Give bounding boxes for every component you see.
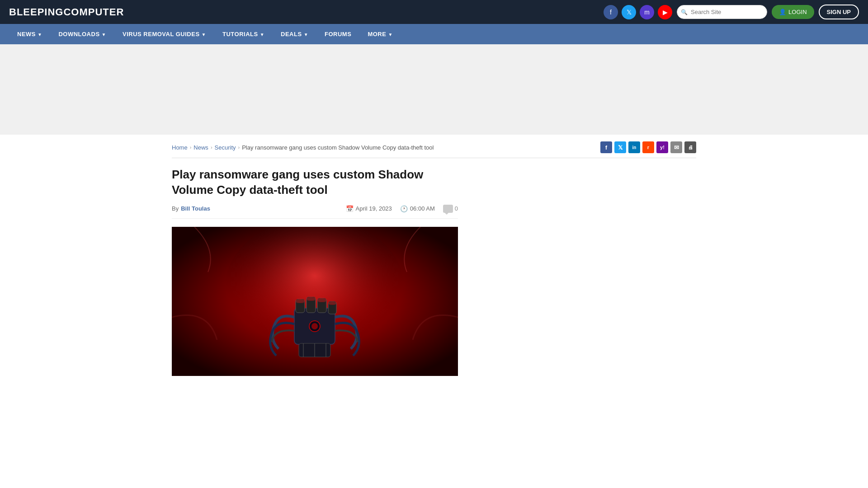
nav-downloads-label: DOWNLOADS (58, 31, 99, 38)
nav-deals[interactable]: DEALS ▼ (273, 24, 316, 44)
svg-point-18 (329, 302, 336, 305)
svg-point-15 (296, 299, 304, 303)
nav-deals-label: DEALS (281, 31, 302, 38)
breadcrumb-sep-1: › (190, 145, 192, 150)
article-time: 06:00 AM (410, 205, 435, 212)
nav-forums[interactable]: FORUMS (316, 24, 359, 44)
logo-prefix: BLEEPING (9, 6, 63, 18)
youtube-header-icon[interactable]: ▶ (658, 5, 672, 19)
search-input[interactable] (677, 5, 767, 19)
article-meta: By Bill Toulas 📅 April 19, 2023 🕐 06:00 … (172, 205, 458, 219)
article-layout: Play ransomware gang uses custom Shadow … (172, 167, 696, 385)
breadcrumb-current: Play ransomware gang uses custom Shadow … (242, 144, 434, 151)
user-icon: 👤 (779, 9, 786, 15)
nav-news[interactable]: NEWS ▼ (9, 24, 50, 44)
breadcrumb-home[interactable]: Home (172, 144, 188, 151)
nav-downloads[interactable]: DOWNLOADS ▼ (50, 24, 114, 44)
search-icon: 🔍 (681, 9, 688, 15)
yahoo-share-button[interactable]: y! (656, 141, 668, 153)
reddit-share-button[interactable]: r (642, 141, 654, 153)
comment-bubble-icon (443, 205, 453, 213)
article-hero-image (172, 227, 458, 376)
meta-time: 🕐 06:00 AM (400, 205, 435, 212)
by-label: By (172, 205, 179, 212)
article-title: Play ransomware gang uses custom Shadow … (172, 167, 458, 198)
comments-count: 0 (455, 205, 458, 212)
svg-point-16 (307, 297, 315, 300)
nav-news-label: NEWS (17, 31, 36, 38)
nav-virus-arrow: ▼ (202, 32, 206, 37)
nav-more[interactable]: MORE ▼ (359, 24, 401, 44)
facebook-share-button[interactable]: f (600, 141, 612, 153)
svg-point-20 (311, 323, 318, 329)
nav-more-arrow: ▼ (388, 32, 392, 37)
nav-downloads-arrow: ▼ (102, 32, 106, 37)
meta-author-area: By Bill Toulas (172, 205, 210, 212)
twitter-share-button[interactable]: 𝕏 (614, 141, 626, 153)
breadcrumb-area: Home › News › Security › Play ransomware… (172, 141, 696, 158)
nav-tutorials-arrow: ▼ (260, 32, 264, 37)
nav-tutorials-label: TUTORIALS (222, 31, 258, 38)
search-bar: 🔍 (677, 5, 767, 19)
calendar-icon: 📅 (346, 205, 354, 212)
nav-more-label: MORE (368, 31, 386, 38)
logo-suffix: COMPUTER (63, 6, 124, 18)
site-header: BLEEPINGCOMPUTER f 𝕏 m ▶ 🔍 👤 LOGIN SIGN … (0, 0, 868, 24)
article-share-icons: f 𝕏 in r y! ✉ 🖨 (600, 141, 696, 153)
print-button[interactable]: 🖨 (684, 141, 696, 153)
linkedin-share-button[interactable]: in (628, 141, 640, 153)
login-button[interactable]: 👤 LOGIN (772, 5, 814, 19)
login-label: LOGIN (788, 9, 807, 15)
nav-virus-label: VIRUS REMOVAL GUIDES (123, 31, 200, 38)
site-logo[interactable]: BLEEPINGCOMPUTER (9, 6, 124, 18)
header-social-icons: f 𝕏 m ▶ (604, 5, 672, 19)
clock-icon: 🕐 (400, 205, 408, 212)
content-wrapper: Home › News › Security › Play ransomware… (163, 135, 705, 392)
nav-news-arrow: ▼ (38, 32, 42, 37)
comments-badge[interactable]: 0 (443, 205, 458, 213)
breadcrumb-security[interactable]: Security (215, 144, 236, 151)
nav-forums-label: FORUMS (325, 31, 351, 38)
twitter-header-icon[interactable]: 𝕏 (622, 5, 636, 19)
mastodon-header-icon[interactable]: m (640, 5, 654, 19)
breadcrumb-news[interactable]: News (193, 144, 208, 151)
breadcrumb-sep-2: › (211, 145, 212, 150)
breadcrumb-sep-3: › (238, 145, 240, 150)
header-right: f 𝕏 m ▶ 🔍 👤 LOGIN SIGN UP (604, 5, 859, 19)
main-navbar: NEWS ▼ DOWNLOADS ▼ VIRUS REMOVAL GUIDES … (0, 24, 868, 44)
signup-button[interactable]: SIGN UP (819, 5, 859, 19)
article-sidebar (472, 167, 607, 385)
ad-banner (0, 44, 868, 135)
nav-virus-removal[interactable]: VIRUS REMOVAL GUIDES ▼ (114, 24, 214, 44)
robot-fist-illustration (172, 227, 458, 376)
meta-date: 📅 April 19, 2023 (346, 205, 392, 212)
svg-point-17 (318, 298, 326, 302)
author-link[interactable]: Bill Toulas (181, 205, 210, 212)
article-date: April 19, 2023 (356, 205, 392, 212)
meta-date-area: 📅 April 19, 2023 🕐 06:00 AM 0 (346, 205, 458, 213)
nav-tutorials[interactable]: TUTORIALS ▼ (214, 24, 273, 44)
facebook-header-icon[interactable]: f (604, 5, 618, 19)
email-share-button[interactable]: ✉ (670, 141, 682, 153)
nav-deals-arrow: ▼ (304, 32, 308, 37)
article-main: Play ransomware gang uses custom Shadow … (172, 167, 458, 385)
breadcrumb: Home › News › Security › Play ransomware… (172, 144, 434, 151)
